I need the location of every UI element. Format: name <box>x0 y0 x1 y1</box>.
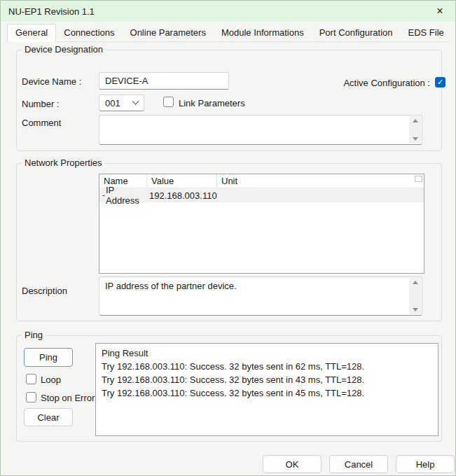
loop-label: Loop <box>41 374 61 385</box>
stop-on-error-label: Stop on Error <box>41 393 95 403</box>
tab-eds-file[interactable]: EDS File <box>400 24 451 41</box>
number-select[interactable]: 001 <box>99 94 144 111</box>
number-label: Number : <box>22 99 59 109</box>
ping-result-line: Try 192.168.003.110: Success. 32 bytes s… <box>102 360 432 373</box>
device-name-input[interactable]: DEVICE-A <box>99 72 229 90</box>
tab-port-configuration[interactable]: Port Configuration <box>312 24 401 41</box>
scroll-down-icon[interactable] <box>413 308 418 312</box>
cancel-button-label: Cancel <box>345 459 373 470</box>
chevron-down-icon <box>132 97 139 104</box>
description-scrollbar[interactable] <box>409 278 421 314</box>
column-header-value[interactable]: Value <box>147 174 217 188</box>
column-header-unit[interactable]: Unit <box>217 174 424 188</box>
description-value: IP address of the partner device. <box>105 281 237 291</box>
ok-button[interactable]: OK <box>263 455 322 473</box>
device-name-value: DEVICE-A <box>105 76 148 86</box>
tab-connections[interactable]: Connections <box>56 24 122 41</box>
ping-button[interactable]: Ping <box>24 348 73 367</box>
network-properties-group-label: Network Properties <box>22 158 105 168</box>
table-row[interactable]: - IP Address 192.168.003.110 <box>99 188 424 202</box>
cancel-button[interactable]: Cancel <box>329 455 388 473</box>
check-icon: ✓ <box>437 78 443 86</box>
device-designation-group-label: Device Designation <box>22 44 106 55</box>
device-name-label: Device Name : <box>22 76 81 87</box>
clear-button-label: Clear <box>37 412 59 423</box>
scroll-up-icon[interactable] <box>413 281 418 284</box>
ping-result-line: Ping Result <box>102 346 432 360</box>
ping-result-line: Try 192.168.003.110: Success. 32 bytes s… <box>102 386 432 400</box>
tab-online-parameters[interactable]: Online Parameters <box>123 24 214 41</box>
active-configuration-checkbox[interactable]: ✓ <box>435 77 445 88</box>
window-title: NU-EP1 Revision 1.1 <box>8 6 95 17</box>
tab-module-informations[interactable]: Module Informations <box>214 24 312 41</box>
dialog-window: NU-EP1 Revision 1.1 × General Connection… <box>0 0 456 476</box>
row-name: IP Address <box>106 185 149 206</box>
stop-on-error-checkbox[interactable] <box>26 392 36 402</box>
comment-scrollbar[interactable] <box>409 116 421 144</box>
clear-button[interactable]: Clear <box>24 408 73 426</box>
help-button[interactable]: Help <box>396 455 455 473</box>
scroll-down-icon[interactable] <box>413 137 418 141</box>
table-corner-box <box>415 176 422 182</box>
description-label: Description <box>22 286 67 296</box>
description-box[interactable]: IP address of the partner device. <box>99 276 422 316</box>
tab-strip: General Connections Online Parameters Mo… <box>7 24 449 42</box>
help-button-label: Help <box>416 459 435 470</box>
number-value: 001 <box>105 98 133 108</box>
link-parameters-checkbox[interactable] <box>163 97 174 107</box>
scroll-up-icon[interactable] <box>413 119 418 122</box>
ping-group-label: Ping <box>22 330 46 340</box>
row-collapse-icon: - <box>99 190 106 200</box>
ping-button-label: Ping <box>39 352 57 363</box>
link-parameters-label: Link Parameters <box>179 98 245 108</box>
loop-checkbox[interactable] <box>26 374 36 384</box>
comment-input[interactable] <box>99 115 422 145</box>
ping-result-box[interactable]: Ping Result Try 192.168.003.110: Success… <box>95 343 438 436</box>
row-value: 192.168.003.110 <box>149 190 219 201</box>
close-icon[interactable]: × <box>429 1 451 22</box>
title-bar: NU-EP1 Revision 1.1 <box>1 1 455 22</box>
active-configuration-label: Active Configuration : <box>343 78 430 88</box>
network-properties-table: Name Value Unit - IP Address 192.168.003… <box>99 174 424 274</box>
ping-result-line: Try 192.168.003.110: Success. 32 bytes s… <box>102 373 432 386</box>
comment-label: Comment <box>22 118 61 128</box>
ok-button-label: OK <box>286 459 299 470</box>
tab-general[interactable]: General <box>7 24 56 42</box>
